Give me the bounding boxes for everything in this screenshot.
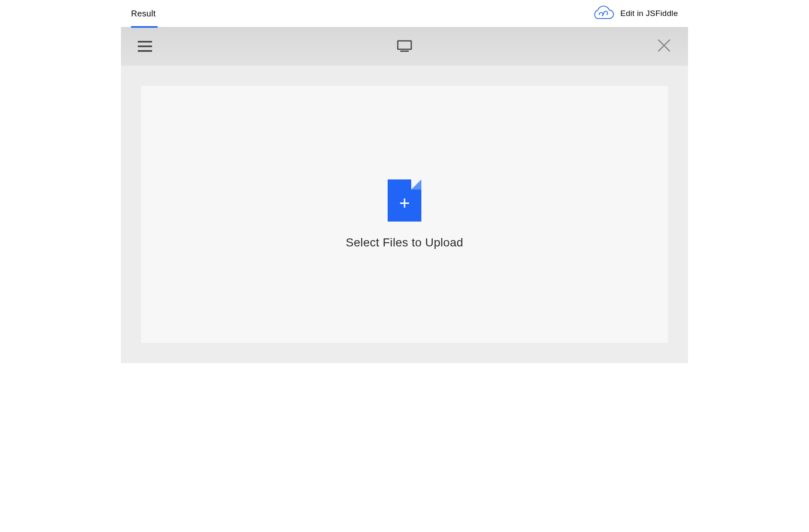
tab-row: Result <box>131 0 158 27</box>
svg-rect-0 <box>398 41 411 49</box>
top-right-links: Edit in JSFiddle <box>591 5 678 22</box>
device-monitor-icon[interactable] <box>397 40 412 53</box>
hamburger-menu-icon[interactable] <box>138 41 152 52</box>
tab-result[interactable]: Result <box>131 1 158 28</box>
app-body: + Select Files to Upload <box>121 66 688 363</box>
upload-prompt-text: Select Files to Upload <box>346 236 463 249</box>
top-bar: Result Edit in JSFiddle <box>121 0 688 27</box>
app-toolbar <box>121 27 688 66</box>
file-add-icon: + <box>388 179 421 222</box>
jsfiddle-cloud-icon[interactable] <box>591 5 614 22</box>
upload-drop-zone[interactable]: + Select Files to Upload <box>141 86 668 343</box>
jsfiddle-embed: Result Edit in JSFiddle <box>121 0 688 363</box>
close-icon[interactable] <box>657 38 671 54</box>
edit-in-jsfiddle-link[interactable]: Edit in JSFiddle <box>620 9 678 18</box>
svg-rect-1 <box>400 51 409 52</box>
